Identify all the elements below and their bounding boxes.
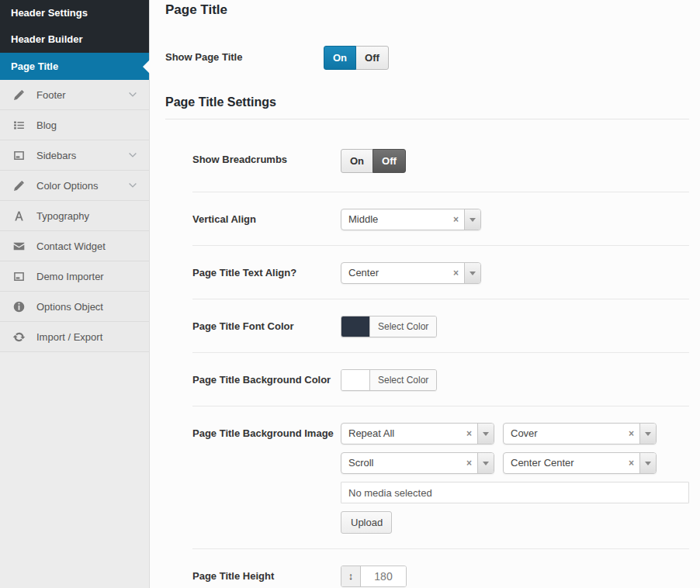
sidebar-item-color-options[interactable]: Color Options [0, 171, 149, 201]
field-label: Show Breadcrumbs [192, 149, 341, 173]
clear-icon[interactable]: × [448, 263, 464, 283]
field-label: Page Title Background Color [192, 369, 341, 391]
field-label: Page Title Background Image [192, 423, 341, 534]
sidebar-item-label: Footer [36, 89, 66, 101]
sidebar-item-import-export[interactable]: Import / Export [0, 322, 149, 352]
chevron-down-icon [127, 149, 140, 161]
field-page-title-height: Page Title Height ↕ [192, 548, 689, 588]
select-value: Repeat All [341, 424, 461, 444]
vertical-align-select[interactable]: Middle × [341, 209, 481, 230]
list-icon [11, 117, 26, 133]
toggle-on-button[interactable]: On [324, 46, 356, 70]
panel-icon [11, 268, 26, 284]
bg-position-select[interactable]: Center Center × [503, 452, 657, 474]
sidebar-item-label: Sidebars [36, 150, 76, 161]
sidebar-item-options-object[interactable]: Options Object [0, 292, 149, 322]
sidebar-item-contact-widget[interactable]: Contact Widget [0, 231, 149, 261]
bg-color-picker[interactable]: Select Color [341, 369, 437, 391]
height-stepper: ↕ [341, 566, 407, 587]
sidebar-item-demo-importer[interactable]: Demo Importer [0, 261, 149, 292]
show-page-title-toggle: On Off [324, 46, 389, 70]
select-color-label: Select Color [369, 370, 436, 390]
sidebar-item-label: Typography [36, 210, 89, 222]
chevron-down-icon [127, 88, 140, 101]
refresh-icon [11, 329, 26, 344]
theme-options-panel: Header Settings Header Builder Page Titl… [0, 0, 700, 588]
font-color-picker[interactable]: Select Color [341, 316, 437, 337]
pencil-icon [11, 87, 26, 102]
select-value: Middle [341, 209, 448, 230]
field-label: Page Title Height [192, 566, 341, 587]
field-label: Page Title Font Color [192, 316, 341, 337]
dropdown-arrow-icon[interactable] [477, 424, 494, 444]
main-content: Page Title Show Page Title On Off Page T… [150, 0, 700, 588]
show-breadcrumbs-toggle: On Off [341, 149, 406, 173]
sidebar-item-label: Options Object [36, 301, 103, 313]
clear-icon[interactable]: × [461, 453, 477, 473]
toggle-on-button[interactable]: On [341, 149, 373, 173]
field-text-align: Page Title Text Align? Center × [192, 245, 689, 299]
sidebar-item-sidebars[interactable]: Sidebars [0, 140, 149, 171]
select-value: Scroll [341, 453, 461, 473]
chevron-down-icon [127, 179, 140, 192]
height-input[interactable] [361, 566, 406, 586]
select-value: Center [341, 263, 448, 283]
text-align-select[interactable]: Center × [341, 262, 481, 284]
dropdown-arrow-icon[interactable] [639, 453, 656, 473]
clear-icon[interactable]: × [623, 453, 639, 473]
info-icon [11, 299, 26, 314]
clear-icon[interactable]: × [461, 424, 477, 444]
sidebar-item-footer[interactable]: Footer [0, 80, 149, 110]
sidebar: Header Settings Header Builder Page Titl… [0, 0, 150, 588]
toggle-off-button[interactable]: Off [373, 149, 406, 173]
clear-icon[interactable]: × [623, 424, 639, 444]
sidebar-active-label: Page Title [11, 61, 58, 72]
field-vertical-align: Vertical Align Middle × [192, 192, 689, 245]
panel-icon [11, 147, 26, 163]
sidebar-item-blog[interactable]: Blog [0, 110, 149, 140]
field-bg-color: Page Title Background Color Select Color [192, 352, 689, 406]
page-title: Page Title [165, 2, 689, 18]
sidebar-item-label: Demo Importer [36, 271, 104, 282]
sidebar-item-typography[interactable]: Typography [0, 201, 149, 231]
field-show-breadcrumbs: Show Breadcrumbs On Off [192, 119, 689, 192]
sidebar-item-label: Blog [36, 119, 57, 131]
dropdown-arrow-icon[interactable] [464, 263, 480, 283]
sidebar-item-header-builder[interactable]: Header Builder [0, 26, 149, 53]
bg-size-select[interactable]: Cover × [503, 423, 657, 444]
color-swatch [341, 316, 369, 337]
field-label: Page Title Text Align? [192, 262, 341, 284]
color-swatch [341, 370, 369, 390]
select-value: Cover [504, 424, 623, 444]
clear-icon[interactable]: × [448, 209, 464, 230]
dropdown-arrow-icon[interactable] [477, 453, 494, 473]
bg-attachment-select[interactable]: Scroll × [341, 452, 494, 474]
field-label: Vertical Align [192, 209, 341, 230]
envelope-icon [11, 238, 26, 254]
sidebar-item-label: Contact Widget [36, 240, 106, 252]
field-bg-image: Page Title Background Image Repeat All ×… [192, 406, 689, 548]
pencil-icon [11, 178, 26, 193]
section-title: Page Title Settings [165, 95, 689, 119]
updown-arrow-icon: ↕ [341, 566, 361, 586]
sidebar-item-label: Color Options [36, 180, 98, 192]
field-font-color: Page Title Font Color Select Color [192, 299, 689, 352]
bg-repeat-select[interactable]: Repeat All × [341, 423, 494, 444]
upload-button[interactable]: Upload [341, 511, 392, 534]
sidebar-item-header-settings[interactable]: Header Settings [0, 0, 149, 26]
dropdown-arrow-icon[interactable] [639, 424, 656, 444]
sidebar-item-label: Import / Export [36, 331, 102, 343]
select-color-label: Select Color [369, 316, 436, 337]
select-value: Center Center [504, 453, 623, 473]
field-label: Show Page Title [165, 46, 324, 70]
media-url-input[interactable] [341, 482, 689, 503]
section-fields: Show Breadcrumbs On Off Vertical Align M… [165, 119, 689, 588]
typography-icon [11, 208, 26, 223]
bg-image-controls: Repeat All × Cover × Scroll [341, 423, 689, 534]
sidebar-item-page-title-active[interactable]: Page Title [0, 53, 149, 80]
sidebar-dark-group: Header Settings Header Builder [0, 0, 149, 53]
toggle-off-button[interactable]: Off [355, 46, 389, 70]
active-item-arrow [143, 60, 150, 74]
field-show-page-title: Show Page Title On Off [165, 46, 689, 70]
dropdown-arrow-icon[interactable] [464, 209, 480, 230]
